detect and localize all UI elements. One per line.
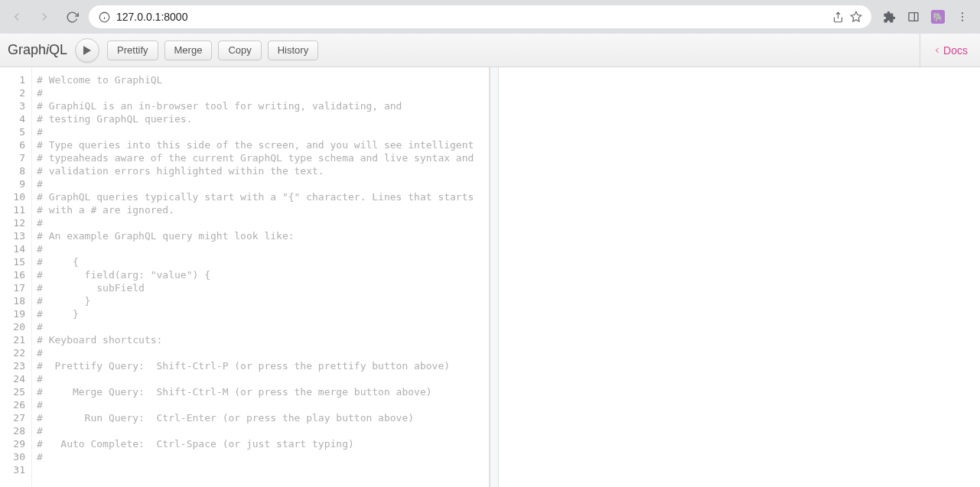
query-editor-pane: 1234567891011121314151617181920212223242… [0,67,490,487]
line-number: 25 [0,385,31,398]
code-line: # Welcome to GraphiQL [37,73,489,86]
code-line: # with a # are ignored. [37,203,489,216]
code-line: # GraphQL queries typically start with a… [37,190,489,203]
line-number: 16 [0,268,31,281]
code-line: # Prettify Query: Shift-Ctrl-P (or press… [37,359,489,372]
line-number: 8 [0,164,31,177]
toolbar-buttons: Prettify Merge Copy History [107,41,318,60]
line-number: 10 [0,190,31,203]
svg-marker-4 [851,11,861,21]
docs-toggle[interactable]: Docs [920,34,980,67]
copy-button[interactable]: Copy [218,41,261,60]
line-number: 20 [0,320,31,333]
line-number: 29 [0,437,31,450]
code-line: # Keyboard shortcuts: [37,333,489,346]
code-line: # field(arg: "value") { [37,268,489,281]
profile-avatar-icon[interactable]: 🐘 [931,10,945,24]
history-button[interactable]: History [268,41,318,60]
line-number: 13 [0,229,31,242]
code-line: # [37,125,489,138]
line-number: 27 [0,411,31,424]
code-line: # [37,242,489,255]
prettify-button[interactable]: Prettify [107,41,158,60]
code-line: # typeaheads aware of the current GraphQ… [37,151,489,164]
line-number: 4 [0,112,31,125]
line-number: 31 [0,463,31,476]
site-info-icon[interactable] [98,11,110,23]
code-line: # [37,372,489,385]
code-line [37,463,489,476]
svg-point-7 [962,12,963,14]
merge-button[interactable]: Merge [164,41,213,60]
docs-label: Docs [943,44,968,57]
line-number: 11 [0,203,31,216]
line-number: 14 [0,242,31,255]
line-number: 7 [0,151,31,164]
code-line: # [37,177,489,190]
line-number: 2 [0,86,31,99]
line-number: 18 [0,294,31,307]
code-line: # Merge Query: Shift-Ctrl-M (or press th… [37,385,489,398]
extensions-icon[interactable] [882,10,896,24]
bookmark-star-icon[interactable] [850,11,862,23]
code-line: # { [37,255,489,268]
arrow-right-icon [37,10,51,24]
side-panel-icon[interactable] [907,10,920,24]
workspace: 1234567891011121314151617181920212223242… [0,67,980,487]
browser-forward-button[interactable] [34,6,55,28]
browser-chrome: 127.0.0.1:8000 🐘 [0,0,980,34]
code-line: # [37,450,489,463]
code-line: # [37,320,489,333]
reload-icon [66,11,79,24]
code-line: # subField [37,281,489,294]
line-number: 24 [0,372,31,385]
line-number: 26 [0,398,31,411]
line-number: 3 [0,99,31,112]
browser-back-button[interactable] [6,6,28,28]
browser-menu-icon[interactable] [956,10,969,24]
svg-rect-5 [909,13,918,21]
browser-reload-button[interactable] [61,6,83,28]
code-line: # validation errors highlighted within t… [37,164,489,177]
query-editor[interactable]: # Welcome to GraphiQL## GraphiQL is an i… [32,67,489,487]
line-number: 23 [0,359,31,372]
code-line: # An example GraphQL query might look li… [37,229,489,242]
code-line: # [37,398,489,411]
pane-resize-handle[interactable] [490,67,499,487]
code-line: # Auto Complete: Ctrl-Space (or just sta… [37,437,489,450]
line-number: 28 [0,424,31,437]
code-line: # GraphiQL is an in-browser tool for wri… [37,99,489,112]
browser-right-icons: 🐘 [877,10,974,24]
logo-part-graph: Graph [8,42,46,57]
address-bar[interactable]: 127.0.0.1:8000 [89,5,871,28]
line-number: 15 [0,255,31,268]
code-line: # testing GraphQL queries. [37,112,489,125]
line-number: 30 [0,450,31,463]
code-line: # } [37,307,489,320]
svg-point-9 [962,20,963,21]
code-line: # [37,86,489,99]
line-number: 6 [0,138,31,151]
execute-button[interactable] [75,38,99,63]
line-number: 5 [0,125,31,138]
code-line: # [37,424,489,437]
code-line: # } [37,294,489,307]
line-number: 21 [0,333,31,346]
url-text: 127.0.0.1:8000 [116,11,825,23]
code-line: # [37,346,489,359]
chevron-left-icon [933,46,942,55]
code-line: # Run Query: Ctrl-Enter (or press the pl… [37,411,489,424]
line-number: 12 [0,216,31,229]
line-number: 19 [0,307,31,320]
arrow-left-icon [10,10,24,24]
play-icon [83,45,92,56]
svg-point-8 [962,16,963,18]
line-number: 22 [0,346,31,359]
graphiql-logo: GraphiQL [8,42,67,58]
result-pane [499,67,980,487]
line-number: 17 [0,281,31,294]
logo-part-ql: QL [49,42,67,57]
line-number: 9 [0,177,31,190]
share-icon[interactable] [832,11,844,23]
code-line: # Type queries into this side of the scr… [37,138,489,151]
